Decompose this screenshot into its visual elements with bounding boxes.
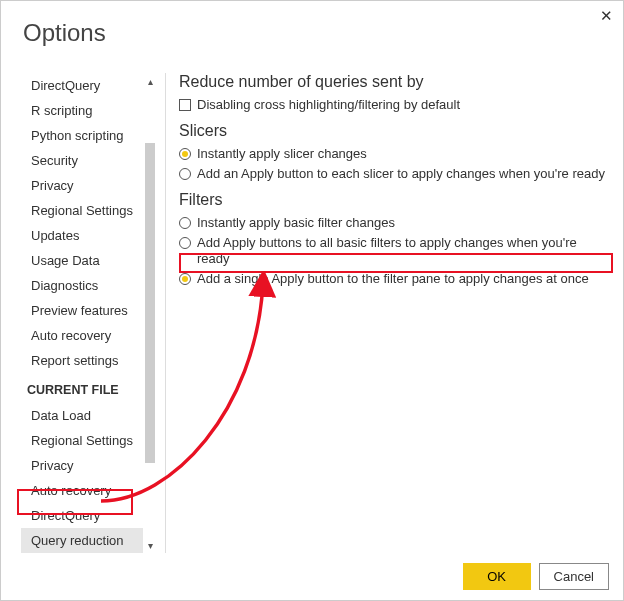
- section-title-reduce: Reduce number of queries sent by: [179, 73, 609, 91]
- sidebar-item[interactable]: Data Load: [21, 403, 143, 428]
- radio-icon: [179, 217, 191, 229]
- sidebar-item[interactable]: Query reduction: [21, 528, 143, 553]
- content-pane: Reduce number of queries sent by Disabli…: [179, 65, 609, 291]
- close-icon[interactable]: ✕: [600, 7, 613, 25]
- radio-label: Add Apply buttons to all basic filters t…: [197, 235, 609, 269]
- filter-option[interactable]: Instantly apply basic filter changes: [179, 215, 609, 232]
- sidebar-item[interactable]: DirectQuery: [21, 503, 143, 528]
- scroll-thumb[interactable]: [145, 143, 155, 463]
- checkbox-icon: [179, 99, 191, 111]
- cancel-button[interactable]: Cancel: [539, 563, 609, 590]
- sidebar-item[interactable]: Regional Settings: [21, 428, 143, 453]
- sidebar-item[interactable]: Privacy: [21, 173, 143, 198]
- radio-icon: [179, 148, 191, 160]
- sidebar-item[interactable]: Report settings: [21, 348, 143, 373]
- scroll-down-icon[interactable]: ▾: [143, 537, 157, 553]
- filter-option[interactable]: Add Apply buttons to all basic filters t…: [179, 235, 609, 269]
- radio-label: Instantly apply basic filter changes: [197, 215, 395, 232]
- sidebar-item[interactable]: Usage Data: [21, 248, 143, 273]
- options-dialog: ✕ Options DirectQueryR scriptingPython s…: [0, 0, 624, 601]
- slicer-option[interactable]: Add an Apply button to each slicer to ap…: [179, 166, 609, 183]
- divider: [165, 73, 166, 553]
- radio-icon: [179, 273, 191, 285]
- sidebar-item[interactable]: Updates: [21, 223, 143, 248]
- radio-icon: [179, 168, 191, 180]
- sidebar-item[interactable]: Python scripting: [21, 123, 143, 148]
- scroll-up-icon[interactable]: ▴: [143, 73, 157, 89]
- radio-label: Instantly apply slicer changes: [197, 146, 367, 163]
- sidebar-item[interactable]: DirectQuery: [21, 73, 143, 98]
- section-title-filters: Filters: [179, 191, 609, 209]
- sidebar-item[interactable]: Privacy: [21, 453, 143, 478]
- filter-option[interactable]: Add a single Apply button to the filter …: [179, 271, 609, 288]
- sidebar: DirectQueryR scriptingPython scriptingSe…: [21, 73, 157, 553]
- ok-button[interactable]: OK: [463, 563, 531, 590]
- radio-label: Add an Apply button to each slicer to ap…: [197, 166, 605, 183]
- sidebar-scrollbar[interactable]: ▴ ▾: [143, 73, 157, 553]
- radio-label: Add a single Apply button to the filter …: [197, 271, 589, 288]
- sidebar-item[interactable]: Auto recovery: [21, 478, 143, 503]
- dialog-title: Options: [23, 19, 106, 47]
- radio-icon: [179, 237, 191, 249]
- sidebar-item[interactable]: Preview features: [21, 298, 143, 323]
- checkbox-disable-crosshighlight[interactable]: Disabling cross highlighting/filtering b…: [179, 97, 609, 114]
- slicer-option[interactable]: Instantly apply slicer changes: [179, 146, 609, 163]
- sidebar-item[interactable]: Diagnostics: [21, 273, 143, 298]
- sidebar-item[interactable]: R scripting: [21, 98, 143, 123]
- sidebar-item[interactable]: Security: [21, 148, 143, 173]
- sidebar-item[interactable]: Regional Settings: [21, 198, 143, 223]
- sidebar-section-header: CURRENT FILE: [21, 373, 143, 403]
- section-title-slicers: Slicers: [179, 122, 609, 140]
- sidebar-item[interactable]: Auto recovery: [21, 323, 143, 348]
- checkbox-label: Disabling cross highlighting/filtering b…: [197, 97, 460, 114]
- footer: OK Cancel: [463, 563, 609, 590]
